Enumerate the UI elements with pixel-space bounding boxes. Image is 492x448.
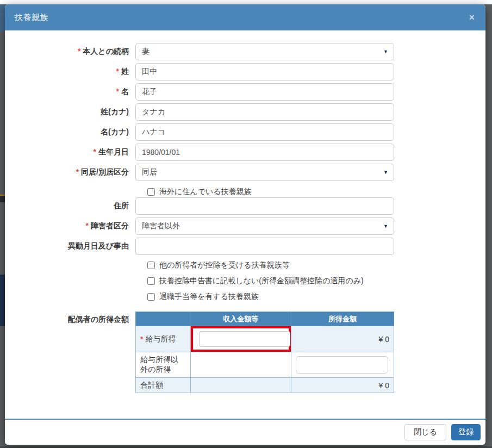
spouse-income-table: 収入金額等 所得金額 *給与所得 ¥ 0 給与所得以外の所得 [135, 312, 394, 393]
overseas-dependent-checkbox[interactable] [147, 188, 155, 196]
total-label-cell: 合計額 [136, 378, 191, 393]
field-label: 名(カナ) [5, 127, 135, 137]
required-mark: * [76, 167, 79, 176]
field-row-living-status: *同居/別居区分 同居 ▼ [5, 164, 485, 181]
field-label: 異動月日及び事由 [5, 241, 135, 251]
table-row-salary-income: *給与所得 ¥ 0 [136, 326, 394, 352]
close-button[interactable]: 閉じる [404, 424, 446, 440]
selected-value: 同居 [142, 167, 157, 177]
checkbox-label: 扶養控除申告書に記載しない(所得金額調整控除の適用のみ) [159, 276, 364, 286]
highlight-red-frame [191, 326, 291, 352]
header-income-amount: 収入金額等 [190, 312, 291, 326]
selected-value: 障害者以外 [142, 221, 180, 231]
living-status-select[interactable]: 同居 ▼ [135, 164, 394, 181]
required-mark: * [86, 221, 89, 230]
required-mark: * [116, 87, 119, 96]
checkbox-row-other-earner: 他の所得者が控除を受ける扶養親族等 [5, 259, 485, 271]
change-date-reason-input[interactable] [135, 238, 394, 255]
required-mark: * [94, 147, 96, 156]
total-amount-value: ¥ 0 [291, 378, 394, 393]
birth-date-input[interactable] [135, 144, 394, 161]
header-empty-cell [136, 312, 191, 326]
checkbox-label: 海外に住んでいる扶養親族 [159, 187, 252, 197]
field-label: *障害者区分 [5, 221, 135, 231]
field-row-relationship: *本人との続柄 妻 ▼ [5, 43, 485, 60]
chevron-down-icon: ▼ [383, 170, 388, 175]
field-row-disability-category: *障害者区分 障害者以外 ▼ [5, 217, 485, 235]
chevron-down-icon: ▼ [383, 223, 388, 229]
field-label: *本人との続柄 [5, 47, 135, 57]
checkbox-row-retirement-allowance: 退職手当等を有する扶養親族 [5, 291, 485, 303]
table-row-total: 合計額 ¥ 0 [136, 378, 394, 393]
checkbox-row-overseas: 海外に住んでいる扶養親族 [5, 186, 485, 197]
required-mark: * [140, 335, 143, 344]
checkbox-label: 他の所得者が控除を受ける扶養親族等 [159, 260, 290, 270]
total-empty-cell [190, 378, 291, 393]
relationship-select[interactable]: 妻 ▼ [135, 43, 394, 60]
field-row-first-name: *名 [5, 83, 485, 101]
not-listed-on-declaration-checkbox[interactable] [147, 277, 155, 285]
dialog-title: 扶養親族 [15, 13, 48, 23]
dialog-header: 扶養親族 × [5, 4, 485, 30]
required-mark: * [78, 47, 80, 55]
checkbox-label: 退職手当等を有する扶養親族 [159, 292, 259, 302]
other-earner-deduction-checkbox[interactable] [147, 262, 155, 269]
field-row-last-name: *姓 [5, 63, 485, 80]
field-row-first-name-kana: 名(カナ) [5, 123, 485, 141]
field-row-address: 住所 [5, 197, 485, 215]
field-row-last-name-kana: 姓(カナ) [5, 103, 485, 121]
table-row-other-income: 給与所得以外の所得 [136, 352, 394, 378]
spouse-income-section: 配偶者の所得金額 収入金額等 所得金額 *給与所得 [5, 312, 485, 393]
last-name-kana-input[interactable] [135, 103, 394, 121]
salary-income-input[interactable] [199, 331, 290, 347]
field-label: *名 [5, 87, 135, 97]
spouse-income-label: 配偶者の所得金額 [5, 312, 135, 325]
field-label: *同居/別居区分 [5, 167, 135, 177]
table-header-row: 収入金額等 所得金額 [136, 312, 394, 326]
other-amount-input-cell [291, 352, 394, 378]
register-button[interactable]: 登録 [451, 424, 481, 440]
address-input[interactable] [135, 197, 394, 215]
close-icon[interactable]: × [466, 11, 477, 23]
dialog-body: *本人との続柄 妻 ▼ *姓 *名 姓(カナ) 名(カナ) [5, 30, 485, 393]
field-label: 姓(カナ) [5, 107, 135, 117]
last-name-input[interactable] [135, 63, 394, 80]
background-page-fragment [0, 275, 5, 326]
field-row-birth-date: *生年月日 [5, 144, 485, 161]
salary-income-label-cell: *給与所得 [136, 326, 191, 352]
selected-value: 妻 [142, 47, 150, 57]
header-taxable-amount: 所得金額 [291, 312, 394, 326]
field-label: *生年月日 [5, 147, 135, 157]
other-income-amount-input[interactable] [296, 356, 388, 374]
other-income-label-cell: 給与所得以外の所得 [136, 352, 191, 378]
first-name-input[interactable] [135, 83, 394, 101]
salary-income-input-cell [190, 326, 291, 352]
field-row-change-date-reason: 異動月日及び事由 [5, 238, 485, 255]
retirement-allowance-checkbox[interactable] [147, 293, 155, 301]
disability-category-select[interactable]: 障害者以外 ▼ [135, 217, 394, 235]
background-page-fragment [0, 195, 5, 202]
first-name-kana-input[interactable] [135, 123, 394, 141]
dependent-relative-dialog: 扶養親族 × *本人との続柄 妻 ▼ *姓 *名 姓(カナ) [5, 4, 485, 445]
field-label: 住所 [5, 201, 135, 211]
field-label: *姓 [5, 67, 135, 77]
chevron-down-icon: ▼ [383, 49, 388, 54]
salary-amount-value: ¥ 0 [291, 326, 394, 352]
required-mark: * [116, 67, 119, 76]
dialog-footer: 閉じる 登録 [5, 419, 485, 445]
background-page-fragment [0, 4, 5, 32]
other-income-empty-cell [190, 352, 291, 378]
checkbox-row-not-listed: 扶養控除申告書に記載しない(所得金額調整控除の適用のみ) [5, 275, 485, 287]
